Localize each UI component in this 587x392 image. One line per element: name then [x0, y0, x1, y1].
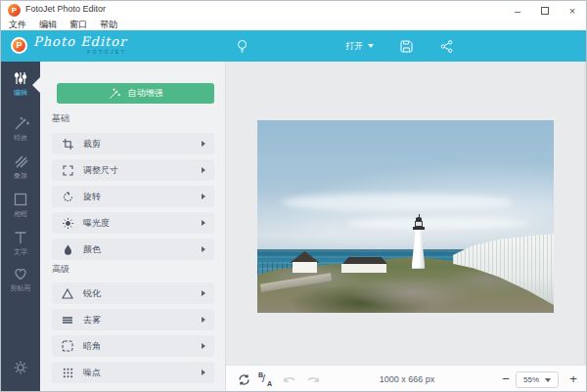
- tool-exposure-button[interactable]: 曝光度: [52, 212, 214, 234]
- rotate-icon: [62, 191, 73, 202]
- sidebar-label-frame: 相框: [1, 209, 40, 219]
- menu-bar: 文件 编辑 窗口 帮助: [1, 20, 586, 30]
- frame-icon: [1, 193, 40, 207]
- photo-cloud: [346, 217, 530, 231]
- photo-house-left: [290, 251, 319, 273]
- tool-label: 曝光度: [83, 217, 202, 230]
- share-icon[interactable]: [438, 38, 454, 54]
- magic-wand-icon: [1, 116, 40, 131]
- window-title: FotoJet Photo Editor: [25, 4, 106, 14]
- tool-vignette-button[interactable]: 暗角: [52, 335, 214, 357]
- canvas-area: [226, 62, 587, 365]
- chevron-right-icon: [202, 370, 205, 375]
- tool-label: 裁剪: [83, 138, 202, 151]
- maximize-button[interactable]: [531, 1, 559, 20]
- crop-icon: [62, 138, 73, 150]
- sidebar: 编辑 特效 叠加: [1, 62, 40, 392]
- tool-label: 锐化: [83, 287, 202, 300]
- chevron-right-icon: [202, 290, 205, 296]
- sidebar-item-edit[interactable]: 编辑: [1, 71, 40, 98]
- color-droplet-icon: [62, 243, 73, 255]
- zoom-out-button[interactable]: −: [499, 371, 513, 386]
- save-icon[interactable]: [398, 38, 414, 54]
- chevron-right-icon: [202, 194, 205, 199]
- sidebar-label-overlay: 叠加: [1, 171, 40, 181]
- close-button[interactable]: ×: [559, 1, 586, 20]
- title-bar: P FotoJet Photo Editor – ×: [1, 1, 586, 20]
- photo-lighthouse-coast: [257, 120, 554, 313]
- sidebar-item-clipart[interactable]: 剪贴画: [1, 267, 40, 293]
- resize-icon: [62, 164, 73, 176]
- brand-name: Photo Editor: [33, 35, 126, 48]
- zoom-level-dropdown[interactable]: 55%: [516, 371, 559, 388]
- sidebar-item-overlay[interactable]: 叠加: [1, 154, 40, 181]
- sidebar-label-clipart: 剪贴画: [1, 283, 40, 293]
- tools-panel: 自动增强 基础 裁剪 调整尺寸: [40, 62, 226, 392]
- enhance-wand-icon: [109, 88, 120, 100]
- brand-circle-icon: P: [11, 37, 27, 54]
- settings-gear-icon[interactable]: [1, 360, 40, 375]
- app-logo-icon: P: [8, 4, 21, 17]
- brand-logo: P Photo Editor FOTOJET: [11, 35, 126, 55]
- window-controls: – ×: [504, 1, 586, 20]
- chevron-right-icon: [202, 317, 205, 323]
- sidebar-label-edit: 编辑: [1, 88, 40, 98]
- app-header: P Photo Editor FOTOJET 打开: [1, 30, 586, 62]
- auto-enhance-label: 自动增强: [128, 87, 163, 100]
- tool-crop-button[interactable]: 裁剪: [52, 133, 214, 154]
- tool-label: 颜色: [83, 243, 202, 256]
- chevron-right-icon: [202, 246, 205, 252]
- sidebar-item-effects[interactable]: 特效: [1, 116, 40, 143]
- tool-rotate-button[interactable]: 旋转: [52, 186, 214, 207]
- noise-dots-icon: [62, 367, 73, 378]
- tool-noise-button[interactable]: 噪点: [52, 362, 214, 383]
- photo-cloud: [281, 194, 512, 211]
- tool-resize-button[interactable]: 调整尺寸: [52, 159, 214, 181]
- dehaze-lines-icon: [62, 314, 73, 326]
- chevron-right-icon: [202, 167, 205, 173]
- chevron-down-icon: [368, 44, 374, 48]
- chevron-right-icon: [202, 343, 205, 349]
- chevron-down-icon: [545, 378, 551, 382]
- photo-lighthouse-gallery: [413, 227, 425, 230]
- text-icon: [1, 231, 40, 245]
- photo-lighthouse-mast: [419, 214, 420, 218]
- minimize-button[interactable]: –: [504, 1, 531, 20]
- heart-icon: [1, 267, 40, 282]
- sliders-icon: [1, 71, 40, 86]
- zoom-level-value: 55%: [523, 375, 539, 384]
- maximize-icon: [541, 7, 549, 15]
- sidebar-item-frame[interactable]: 相框: [1, 193, 40, 219]
- section-advanced: 高级: [52, 263, 69, 276]
- sidebar-label-text: 文字: [1, 247, 40, 257]
- vignette-frame-icon: [62, 340, 73, 352]
- brand-subtitle: FOTOJET: [33, 49, 126, 55]
- open-button[interactable]: 打开: [345, 38, 374, 54]
- tool-label: 旋转: [83, 191, 202, 203]
- section-basic: 基础: [52, 112, 69, 125]
- overlay-stripes-icon: [1, 154, 40, 169]
- tool-label: 噪点: [83, 367, 202, 379]
- tool-sharpen-button[interactable]: 锐化: [52, 283, 214, 304]
- chevron-right-icon: [202, 141, 205, 147]
- sidebar-item-text[interactable]: 文字: [1, 231, 40, 257]
- open-label: 打开: [345, 40, 363, 53]
- photo-house-middle: [340, 257, 387, 273]
- tool-label: 去雾: [83, 314, 202, 327]
- auto-enhance-button[interactable]: 自动增强: [57, 83, 214, 104]
- chevron-right-icon: [202, 220, 205, 226]
- idea-bulb-icon[interactable]: [234, 38, 249, 54]
- photo-lighthouse-cap: [416, 217, 422, 221]
- tool-label: 调整尺寸: [83, 164, 202, 177]
- status-bar: B/A 1000 x 666 px − 55% +: [226, 365, 587, 392]
- sun-exposure-icon: [62, 217, 73, 229]
- photo-lighthouse-lantern: [415, 221, 423, 227]
- tool-dehaze-button[interactable]: 去雾: [52, 309, 214, 330]
- sharpen-triangle-icon: [62, 287, 73, 299]
- zoom-in-button[interactable]: +: [566, 371, 580, 386]
- tool-color-button[interactable]: 颜色: [52, 239, 214, 260]
- sidebar-label-effects: 特效: [1, 133, 40, 143]
- tool-label: 暗角: [83, 340, 202, 353]
- app-window: P FotoJet Photo Editor – × 文件 编辑 窗口 帮助 P…: [0, 0, 587, 392]
